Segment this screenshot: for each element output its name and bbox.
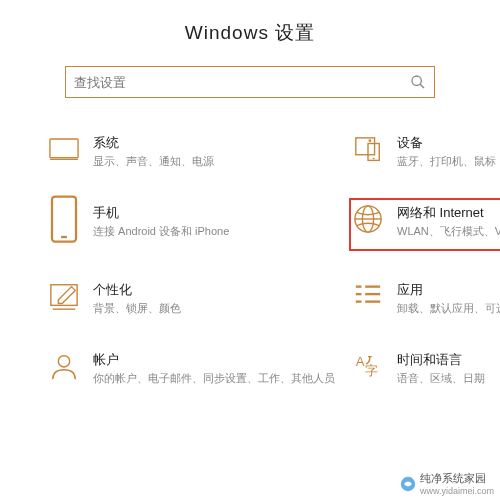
settings-grid: 系统 显示、声音、通知、电源 设备 蓝牙、打印机、鼠标 手机: [45, 128, 455, 391]
tile-desc: 你的帐户、电子邮件、同步设置、工作、其他人员: [93, 371, 335, 385]
search-box[interactable]: [65, 66, 435, 98]
svg-rect-2: [50, 139, 78, 158]
personalization-icon: [49, 281, 79, 311]
svg-point-0: [412, 76, 421, 85]
tile-text: 设备 蓝牙、打印机、鼠标: [397, 134, 500, 168]
svg-text:字: 字: [365, 363, 378, 378]
time-language-icon: A 字: [353, 351, 383, 381]
system-icon: [49, 134, 79, 164]
tile-title: 时间和语言: [397, 351, 500, 369]
tile-accounts[interactable]: 帐户 你的帐户、电子邮件、同步设置、工作、其他人员: [45, 345, 339, 391]
tile-text: 手机 连接 Android 设备和 iPhone: [93, 204, 335, 238]
svg-line-1: [420, 84, 424, 88]
tile-title: 个性化: [93, 281, 335, 299]
tile-desc: 卸载、默认应用、可选功能: [397, 301, 500, 315]
tile-desc: 语音、区域、日期: [397, 371, 500, 385]
tile-title: 手机: [93, 204, 335, 222]
tile-text: 个性化 背景、锁屏、颜色: [93, 281, 335, 315]
watermark: 纯净系统家园 www.yidaimei.com: [400, 471, 494, 496]
apps-icon: [353, 281, 383, 311]
tile-title: 设备: [397, 134, 500, 152]
tile-desc: 蓝牙、打印机、鼠标: [397, 154, 500, 168]
accounts-icon: [49, 351, 79, 381]
tile-personalization[interactable]: 个性化 背景、锁屏、颜色: [45, 275, 339, 321]
tile-time[interactable]: A 字 时间和语言 语音、区域、日期: [349, 345, 500, 391]
svg-point-6: [369, 140, 370, 141]
tile-desc: 显示、声音、通知、电源: [93, 154, 335, 168]
tile-text: 时间和语言 语音、区域、日期: [397, 351, 500, 385]
tile-title: 应用: [397, 281, 500, 299]
watermark-logo-icon: [400, 476, 416, 492]
tile-title: 网络和 Internet: [397, 204, 500, 222]
phone-icon: [49, 204, 79, 234]
devices-icon: [353, 134, 383, 164]
settings-window: Windows 设置 系统 显示、声音、通知、电源: [0, 0, 500, 391]
svg-text:A: A: [356, 354, 365, 369]
tile-desc: WLAN、飞行模式、VPN: [397, 224, 500, 238]
network-icon: [353, 204, 383, 234]
tile-desc: 背景、锁屏、颜色: [93, 301, 335, 315]
tile-title: 系统: [93, 134, 335, 152]
tile-apps[interactable]: 应用 卸载、默认应用、可选功能: [349, 275, 500, 321]
watermark-name: 纯净系统家园: [420, 471, 494, 486]
tile-title: 帐户: [93, 351, 335, 369]
search-input[interactable]: [74, 75, 410, 90]
watermark-text: 纯净系统家园 www.yidaimei.com: [420, 471, 494, 496]
search-icon: [410, 74, 426, 90]
tile-text: 应用 卸载、默认应用、可选功能: [397, 281, 500, 315]
tile-text: 网络和 Internet WLAN、飞行模式、VPN: [397, 204, 500, 238]
tile-devices[interactable]: 设备 蓝牙、打印机、鼠标: [349, 128, 500, 174]
tile-phone[interactable]: 手机 连接 Android 设备和 iPhone: [45, 198, 339, 250]
page-title: Windows 设置: [45, 20, 455, 46]
tile-system[interactable]: 系统 显示、声音、通知、电源: [45, 128, 339, 174]
tile-text: 帐户 你的帐户、电子邮件、同步设置、工作、其他人员: [93, 351, 335, 385]
watermark-url: www.yidaimei.com: [420, 486, 494, 496]
svg-point-21: [58, 356, 69, 367]
tile-text: 系统 显示、声音、通知、电源: [93, 134, 335, 168]
svg-rect-8: [52, 197, 76, 242]
tile-network[interactable]: 网络和 Internet WLAN、飞行模式、VPN: [349, 198, 500, 250]
svg-rect-4: [356, 138, 375, 155]
tile-desc: 连接 Android 设备和 iPhone: [93, 224, 335, 238]
